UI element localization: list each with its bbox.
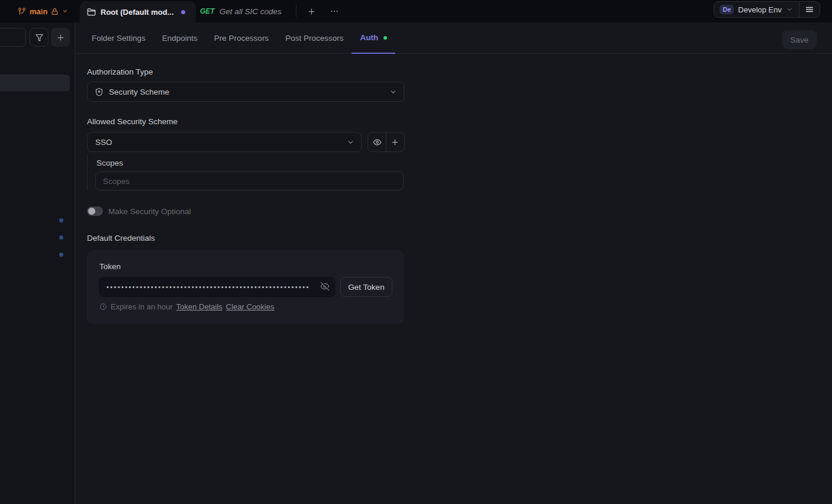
eye-off-icon[interactable]	[320, 282, 330, 291]
sidebar-change-dot	[59, 253, 63, 257]
environment-badge: De	[720, 5, 734, 14]
environment-selector[interactable]: De Develop Env	[714, 2, 799, 17]
branch-name: main	[30, 7, 47, 16]
environment-label: Develop Env	[738, 5, 782, 14]
folder-icon	[87, 8, 96, 17]
request-method-badge: GET	[200, 7, 215, 15]
main-menu-button[interactable]	[799, 2, 820, 17]
default-credentials-heading: Default Credentials	[87, 234, 155, 243]
authorization-type-select[interactable]: Security Scheme	[87, 82, 404, 102]
chevron-down-icon	[62, 8, 68, 14]
plus-icon	[307, 7, 316, 16]
tab-label: Pre Processors	[214, 34, 269, 43]
tab-pre-processors[interactable]: Pre Processors	[206, 22, 277, 54]
chevron-down-icon	[347, 138, 354, 146]
environment-group: De Develop Env	[714, 1, 820, 18]
sidebar-change-dot	[59, 218, 63, 222]
hamburger-icon	[805, 5, 814, 14]
toggle-knob	[88, 208, 95, 215]
shield-icon	[95, 88, 104, 96]
sidebar	[0, 22, 75, 504]
allowed-scheme-value: SSO	[95, 138, 112, 147]
scopes-input[interactable]	[95, 172, 404, 190]
allowed-scheme-label: Allowed Security Scheme	[87, 117, 178, 126]
make-security-optional-toggle-row[interactable]: Make Security Optional	[87, 206, 191, 216]
token-label: Token	[99, 262, 121, 271]
tab-label: Folder Settings	[92, 34, 146, 43]
authorization-type-label: Authorization Type	[87, 67, 153, 76]
token-expiry-text: Expires in an hour	[111, 302, 173, 311]
folder-tab-title: Root (Default mod...	[101, 8, 174, 17]
tab-folder-settings[interactable]: Folder Settings	[83, 22, 154, 54]
git-branch-icon	[18, 7, 26, 15]
tab-post-processors[interactable]: Post Processors	[277, 22, 351, 54]
save-button[interactable]: Save	[782, 30, 817, 49]
token-field-wrap	[99, 277, 336, 297]
token-details-link[interactable]: Token Details	[176, 302, 222, 311]
token-input[interactable]	[99, 277, 336, 297]
default-credentials-card: Token Get Token Expires in an hour Token…	[87, 250, 404, 324]
scopes-label: Scopes	[96, 159, 123, 167]
git-branch-selector[interactable]: main	[18, 0, 68, 22]
token-footer: Expires in an hour Token Details Clear C…	[99, 302, 274, 311]
authorization-type-value: Security Scheme	[109, 88, 169, 96]
sidebar-change-dot	[59, 235, 63, 240]
chevron-down-icon	[389, 88, 397, 96]
app-window: main Root (Default mod... GET Get all SI…	[0, 0, 832, 504]
ellipsis-icon	[330, 7, 339, 16]
lock-icon	[51, 8, 59, 15]
tab-label: Post Processors	[285, 34, 343, 43]
filter-icon	[35, 33, 44, 42]
tab-label: Endpoints	[162, 34, 198, 43]
tab-endpoints[interactable]: Endpoints	[154, 22, 206, 54]
tab-strip-divider	[296, 5, 296, 17]
toggle-label: Make Security Optional	[108, 207, 191, 216]
new-tab-button[interactable]	[302, 0, 320, 22]
eye-icon	[373, 138, 382, 147]
scheme-actions-group	[367, 132, 405, 152]
settings-tabs-row: Folder Settings Endpoints Pre Processors…	[75, 22, 832, 54]
sidebar-add-button[interactable]	[51, 28, 70, 47]
scopes-indent-line	[87, 155, 88, 190]
sidebar-search-input[interactable]	[0, 28, 26, 47]
unsaved-changes-dot	[181, 10, 185, 14]
sidebar-selected-item[interactable]	[0, 75, 70, 91]
clock-icon	[99, 303, 107, 311]
tab-overflow-menu-button[interactable]	[325, 0, 343, 22]
settings-tabs: Folder Settings Endpoints Pre Processors…	[83, 22, 395, 54]
add-scheme-button[interactable]	[386, 133, 404, 151]
tab-request[interactable]: GET Get all SIC codes	[200, 0, 282, 22]
get-token-button[interactable]: Get Token	[340, 277, 392, 297]
view-scheme-button[interactable]	[368, 133, 386, 151]
tab-auth[interactable]: Auth	[351, 22, 395, 54]
plus-icon	[391, 138, 399, 147]
toggle-switch-off[interactable]	[87, 206, 103, 216]
filter-button[interactable]	[30, 28, 49, 47]
active-status-dot	[383, 36, 387, 40]
plus-icon	[56, 33, 65, 42]
top-bar: main Root (Default mod... GET Get all SI…	[0, 0, 832, 22]
chevron-down-icon	[786, 6, 793, 13]
tab-folder-root[interactable]: Root (Default mod...	[80, 1, 196, 22]
allowed-scheme-select[interactable]: SSO	[87, 132, 362, 152]
request-tab-title: Get all SIC codes	[220, 7, 282, 16]
clear-cookies-link[interactable]: Clear Cookies	[226, 302, 275, 311]
tab-label: Auth	[360, 33, 378, 42]
